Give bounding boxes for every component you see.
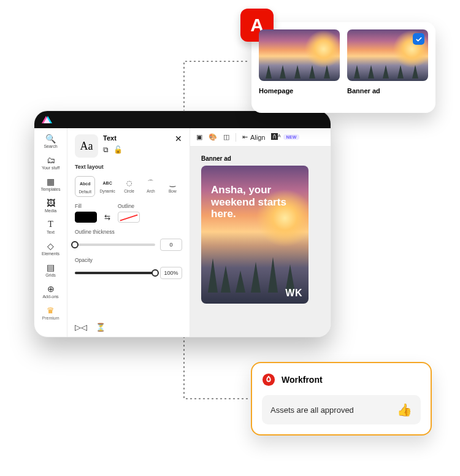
workfront-message-box: Assets are all approved 👍: [262, 395, 421, 424]
thumbs-up-icon: 👍: [397, 402, 412, 417]
fill-label: Fill: [75, 203, 97, 209]
templates-icon: ▦: [47, 177, 55, 186]
card-homepage[interactable]: Homepage: [259, 29, 340, 106]
premium-icon: ♛: [47, 306, 55, 315]
rail-elements[interactable]: ◇Elements: [34, 239, 67, 258]
express-logo: [42, 116, 50, 123]
align-button[interactable]: ⇤Align: [242, 133, 265, 141]
workfront-logo: [262, 373, 275, 386]
editor-titlebar: [34, 111, 331, 128]
card-homepage-caption: Homepage: [259, 87, 340, 94]
text-layout-label: Text layout: [75, 164, 182, 170]
artboard-brand: WK: [285, 288, 302, 299]
artboard-trees: [201, 250, 309, 293]
asset-cards: A Homepage Banner ad: [251, 22, 435, 113]
swap-fill-outline-button[interactable]: ⇆: [104, 213, 110, 223]
card-banner-ad[interactable]: Banner ad: [347, 29, 428, 106]
rail-search[interactable]: 🔍Search: [34, 132, 67, 151]
opacity-slider[interactable]: [75, 272, 155, 274]
translate-icon: 🅰ᴬ: [271, 133, 281, 141]
selected-check-icon: [413, 33, 424, 45]
text-panel-title: Text: [103, 134, 117, 142]
fill-swatch[interactable]: [75, 212, 97, 223]
canvas-toolbar: ▣ 🎨 ◫ ⇤Align 🅰ᴬNEW: [190, 128, 331, 147]
layout-dynamic[interactable]: ABCDynamic: [98, 176, 117, 197]
text-panel-icon: Aa: [75, 134, 98, 158]
outline-swatch[interactable]: [118, 212, 140, 223]
text-icon: T: [48, 220, 53, 229]
media-icon: 🖼: [47, 199, 55, 207]
align-icon: ⇤: [242, 133, 248, 141]
workfront-toast: Workfront Assets are all approved 👍: [251, 362, 432, 436]
left-rail: 🔍Search 🗂Your stuff ▦Templates 🖼Media TT…: [34, 128, 67, 337]
editor-window: 🔍Search 🗂Your stuff ▦Templates 🖼Media TT…: [34, 110, 331, 337]
layout-arch[interactable]: ⌒Arch: [141, 176, 160, 197]
rail-add-ons[interactable]: ⊕Add-ons: [34, 282, 67, 301]
artboard-headline[interactable]: Ansha, your weekend starts here.: [211, 184, 296, 220]
unlock-icon[interactable]: 🔓: [113, 145, 123, 154]
crop-icon[interactable]: ▣: [196, 133, 202, 141]
palette-icon[interactable]: 🎨: [209, 133, 217, 141]
elements-icon: ◇: [47, 242, 54, 250]
rail-grids[interactable]: ▤Grids: [34, 261, 67, 280]
canvas[interactable]: Banner ad Ansha, your weekend starts her…: [190, 147, 331, 337]
card-banner-ad-thumb: [347, 29, 428, 81]
layout-bow[interactable]: ‿Bow: [163, 176, 182, 197]
timer-icon[interactable]: ⏳: [96, 323, 105, 332]
layers-icon[interactable]: ◫: [223, 133, 229, 141]
translate-button[interactable]: 🅰ᴬNEW: [271, 133, 299, 141]
outline-thickness-label: Outline thickness: [75, 229, 182, 235]
rail-media[interactable]: 🖼Media: [34, 196, 67, 215]
flip-horizontal-button[interactable]: ▷◁: [75, 323, 87, 332]
opacity-value[interactable]: 100%: [160, 267, 182, 279]
layout-circle[interactable]: ◌Circle: [120, 176, 139, 197]
outline-thickness-value[interactable]: 0: [160, 239, 182, 251]
artboard-label: Banner ad: [201, 155, 331, 162]
duplicate-icon[interactable]: ⧉: [103, 145, 109, 154]
outline-thickness-slider[interactable]: [75, 244, 155, 246]
rail-text[interactable]: TText: [34, 218, 67, 237]
folder-icon: 🗂: [47, 156, 55, 164]
close-panel-button[interactable]: ✕: [175, 134, 182, 143]
opacity-label: Opacity: [75, 257, 182, 263]
search-icon: 🔍: [45, 134, 56, 143]
rail-premium[interactable]: ♛Premium: [34, 304, 67, 323]
text-layout-options: AbcdDefault ABCDynamic ◌Circle ⌒Arch ‿Bo…: [75, 176, 182, 197]
canvas-area: ▣ 🎨 ◫ ⇤Align 🅰ᴬNEW Banner ad Ansha, your…: [190, 128, 331, 337]
card-homepage-thumb: [259, 29, 340, 81]
workfront-message: Assets are all approved: [270, 405, 354, 415]
rail-your-stuff[interactable]: 🗂Your stuff: [34, 153, 67, 172]
svg-point-0: [263, 374, 275, 386]
artboard[interactable]: Ansha, your weekend starts here. WK: [201, 166, 309, 304]
layout-default[interactable]: AbcdDefault: [75, 176, 95, 197]
add-ons-icon: ⊕: [47, 285, 55, 293]
outline-label: Outline: [118, 203, 140, 209]
card-banner-ad-caption: Banner ad: [347, 87, 428, 94]
text-panel: Aa Text ✕ ⧉ 🔓 Text layout AbcdDefault AB…: [67, 128, 190, 337]
rail-templates[interactable]: ▦Templates: [34, 175, 67, 194]
workfront-title: Workfront: [282, 375, 323, 385]
grids-icon: ▤: [47, 263, 55, 272]
